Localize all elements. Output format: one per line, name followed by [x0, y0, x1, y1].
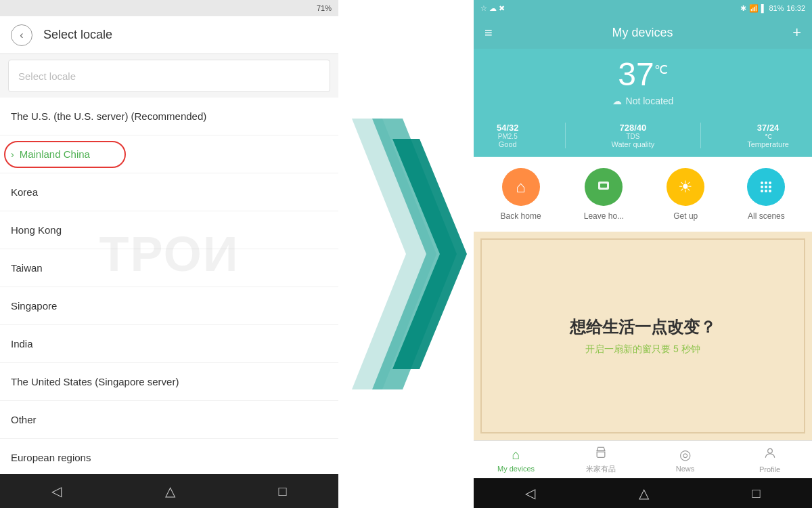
svg-point-11: [761, 190, 763, 192]
stat-tds-value: 728/40: [611, 123, 654, 133]
stat-temp: 37/24 ℃ Temperature: [747, 123, 789, 148]
left-panel: 71% ‹ Select locale Select locale The U.…: [0, 0, 338, 508]
stat-pm25-label: Good: [497, 140, 519, 148]
scene-leave-home-icon: [585, 168, 623, 206]
locale-item-text: Hong Kong: [11, 224, 62, 236]
stat-pm25-value: 54/32: [497, 123, 519, 133]
search-bar[interactable]: Select locale: [8, 60, 330, 92]
home-nav-right-icon[interactable]: △: [639, 485, 649, 501]
scene-leave-home-label: Leave ho...: [584, 211, 624, 221]
locale-item-hong-kong[interactable]: Hong Kong: [0, 211, 338, 249]
back-nav-right-icon[interactable]: ◁: [525, 485, 535, 501]
stat-divider-1: [565, 123, 566, 148]
scene-get-up-label: Get up: [673, 211, 698, 221]
scene-back-home-icon: ⌂: [502, 168, 540, 206]
home-nav-icon[interactable]: △: [165, 483, 175, 499]
stat-tds: 728/40 TDS Water quality: [611, 123, 654, 148]
scene-row: ⌂ Back home Leave ho... ☀ Get up All sce…: [474, 157, 812, 232]
locale-item-text: Singapore: [11, 300, 57, 312]
locale-item-india[interactable]: India: [0, 325, 338, 363]
locale-item-mainland-china[interactable]: › Mainland China: [0, 135, 338, 173]
locale-item-text: Taiwan: [11, 262, 43, 274]
svg-point-7: [769, 182, 771, 184]
arrows-svg: [345, 85, 467, 423]
page-title: Select locale: [43, 28, 112, 42]
bottom-nav-news[interactable]: ◎ News: [643, 446, 727, 473]
svg-rect-4: [600, 184, 607, 188]
scene-all-scenes[interactable]: All scenes: [747, 168, 785, 221]
locale-item-text: Other: [11, 414, 37, 425]
bottom-nav-profile[interactable]: Profile: [727, 446, 812, 473]
stat-pm25-sub: PM2.5: [497, 133, 519, 140]
svg-point-8: [761, 186, 763, 188]
profile-icon: [763, 446, 777, 463]
status-icons: ☆ ☁ ✖: [480, 4, 505, 13]
stat-temp-value: 37/24: [747, 123, 789, 133]
recent-nav-right-icon[interactable]: □: [752, 486, 761, 501]
locale-item-taiwan[interactable]: Taiwan: [0, 249, 338, 287]
status-bar-right: ☆ ☁ ✖ ✱ 📶 ▌ 81% 16:32: [474, 0, 812, 16]
battery-indicator: 71%: [317, 4, 332, 12]
svg-point-13: [769, 190, 771, 192]
svg-point-9: [765, 186, 767, 188]
location-text: Not located: [626, 96, 674, 106]
locale-item-us-sg[interactable]: The United States (Singapore server): [0, 363, 338, 401]
svg-point-6: [765, 182, 767, 184]
locale-item-singapore[interactable]: Singapore: [0, 287, 338, 325]
svg-point-10: [769, 186, 771, 188]
my-devices-icon: ⌂: [512, 447, 520, 463]
svg-point-5: [761, 182, 763, 184]
svg-point-12: [765, 190, 767, 192]
chevron-right-icon: ›: [11, 149, 14, 160]
nav-bar-left: ◁ △ □: [0, 474, 338, 508]
top-bar: ‹ Select locale: [0, 16, 338, 54]
locale-item-korea[interactable]: Korea: [0, 173, 338, 211]
locale-item-text: India: [11, 338, 33, 350]
scene-leave-home[interactable]: Leave ho...: [584, 168, 624, 221]
middle-arrows-section: [338, 0, 474, 508]
bottom-nav-my-devices[interactable]: ⌂ My devices: [474, 447, 558, 473]
right-status-group: ✱ 📶 ▌ 81% 16:32: [740, 4, 805, 13]
bluetooth-icon: ✱: [740, 4, 746, 13]
promo-banner[interactable]: 想给生活一点改变？ 开启一扇新的窗只要 5 秒钟: [474, 232, 812, 440]
promo-border: [480, 238, 805, 433]
back-nav-icon[interactable]: ◁: [51, 483, 62, 499]
nav-bar-right: ◁ △ □: [474, 478, 812, 508]
bottom-nav-shop[interactable]: 米家有品: [558, 445, 643, 474]
locale-item-european[interactable]: European regions: [0, 439, 338, 474]
locale-item-text: The U.S. (the U.S. server) (Recommended): [11, 110, 206, 122]
back-button[interactable]: ‹: [11, 24, 32, 46]
shop-label: 米家有品: [586, 464, 616, 474]
right-panel: ☆ ☁ ✖ ✱ 📶 ▌ 81% 16:32 ≡ My devices + 37℃…: [474, 0, 812, 508]
temperature-display: 37℃: [618, 56, 667, 93]
signal-icon: ▌: [761, 4, 767, 12]
locale-item-text: Mainland China: [20, 148, 90, 160]
scene-back-home[interactable]: ⌂ Back home: [501, 168, 541, 221]
locale-item-other[interactable]: Other: [0, 401, 338, 439]
shop-icon: [594, 445, 608, 462]
svg-point-14: [767, 448, 772, 453]
locale-item-us[interactable]: The U.S. (the U.S. server) (Recommended): [0, 98, 338, 135]
battery-right: 81%: [769, 4, 784, 12]
clock: 16:32: [786, 4, 805, 12]
locale-item-text: The United States (Singapore server): [11, 376, 179, 387]
scene-back-home-label: Back home: [501, 211, 541, 221]
status-bar-left: 71%: [0, 0, 338, 16]
add-device-button[interactable]: +: [792, 24, 801, 41]
hamburger-icon[interactable]: ≡: [484, 25, 493, 41]
bottom-nav: ⌂ My devices 米家有品 ◎ News Profile: [474, 440, 812, 478]
scene-all-label: All scenes: [748, 211, 785, 221]
scene-get-up[interactable]: ☀ Get up: [667, 168, 704, 221]
scene-all-icon: [747, 168, 785, 206]
app-header-title: My devices: [612, 26, 673, 40]
profile-label: Profile: [759, 465, 780, 473]
search-placeholder: Select locale: [18, 70, 76, 82]
app-header: ≡ My devices +: [474, 16, 812, 49]
stat-temp-sub: ℃: [747, 133, 789, 140]
stat-pm25: 54/32 PM2.5 Good: [497, 123, 519, 148]
scene-get-up-icon: ☀: [667, 168, 704, 206]
temp-unit: ℃: [654, 63, 668, 77]
weather-section: 37℃ ☁ Not located: [474, 49, 812, 117]
recent-nav-icon[interactable]: □: [279, 484, 287, 499]
stat-divider-2: [700, 123, 701, 148]
